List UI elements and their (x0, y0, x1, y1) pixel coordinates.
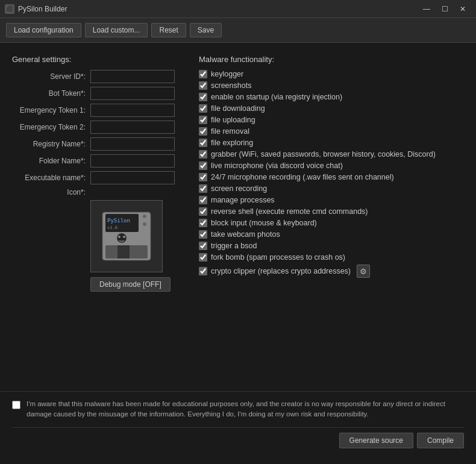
feature-item-screenshots: screenshots (199, 81, 464, 90)
gear-button-crypto_clipper[interactable]: ⚙ (357, 265, 370, 278)
checkbox-mic_recording[interactable] (199, 173, 207, 181)
feature-item-file_removal: file removal (199, 127, 464, 136)
registry-name-row: Registry Name*: (12, 137, 187, 151)
bot-token-input[interactable] (90, 87, 175, 100)
close-button[interactable]: ✕ (454, 3, 471, 15)
feature-item-mic_recording: 24/7 microphone recording (.wav files se… (199, 173, 464, 181)
checkbox-grabber[interactable] (199, 150, 207, 158)
checkbox-screen_recording[interactable] (199, 184, 207, 193)
svg-rect-3 (117, 245, 130, 259)
emergency-token2-label: Emergency Token 2: (12, 123, 90, 131)
emergency-token2-row: Emergency Token 2: (12, 121, 187, 134)
checkbox-fork_bomb[interactable] (199, 253, 207, 262)
svg-point-10 (143, 222, 146, 226)
generate-source-button[interactable]: Generate source (339, 433, 413, 448)
checkbox-crypto_clipper[interactable] (199, 267, 207, 275)
load-config-button[interactable]: Load configuration (6, 23, 81, 37)
maximize-button[interactable]: ☐ (436, 3, 453, 15)
feature-item-startup: enable on startup (via registry injectio… (199, 93, 464, 101)
bottom-section: I'm aware that this malware has been mad… (0, 391, 476, 454)
window-title: PySilon Builder (18, 5, 418, 13)
feature-item-live_microphone: live microphone (via discord voice chat) (199, 161, 464, 170)
checkbox-manage_processes[interactable] (199, 196, 207, 204)
label-screen_recording: screen recording (211, 184, 267, 193)
feature-item-crypto_clipper: crypto clipper (replaces crypto addresse… (199, 265, 464, 278)
title-bar: ⬛ PySilon Builder — ☐ ✕ (0, 0, 476, 18)
checkbox-block_input[interactable] (199, 219, 207, 227)
toolbar: Load configuration Load custom... Reset … (0, 18, 476, 43)
checkbox-bsod[interactable] (199, 242, 207, 250)
label-manage_processes: manage processes (211, 196, 275, 204)
label-block_input: block input (mouse & keyboard) (211, 219, 317, 227)
checkbox-webcam_photos[interactable] (199, 230, 207, 239)
svg-point-9 (143, 215, 146, 218)
bot-token-row: Bot Token*: (12, 87, 187, 100)
label-startup: enable on startup (via registry injectio… (211, 93, 342, 101)
minimize-button[interactable]: — (418, 3, 435, 15)
checkbox-keylogger[interactable] (199, 70, 207, 78)
label-file_downloading: file downloading (211, 104, 265, 113)
main-content: General settings: Server ID*: Bot Token*… (0, 43, 476, 391)
checkbox-reverse_shell[interactable] (199, 207, 207, 216)
save-button[interactable]: Save (190, 23, 222, 37)
left-panel: General settings: Server ID*: Bot Token*… (12, 55, 187, 385)
load-custom-button[interactable]: Load custom... (85, 23, 148, 37)
checkbox-live_microphone[interactable] (199, 161, 207, 170)
executable-name-input[interactable] (90, 171, 175, 184)
svg-point-7 (118, 236, 121, 238)
feature-item-keylogger: keylogger (199, 70, 464, 78)
label-screenshots: screenshots (211, 81, 251, 90)
malware-functionality-title: Malware functionality: (199, 55, 464, 64)
feature-item-manage_processes: manage processes (199, 196, 464, 204)
checkbox-file_downloading[interactable] (199, 104, 207, 113)
general-settings-title: General settings: (12, 55, 187, 64)
right-panel: Malware functionality: keyloggerscreensh… (199, 55, 464, 385)
checkbox-startup[interactable] (199, 93, 207, 101)
folder-name-input[interactable] (90, 154, 175, 168)
label-file_exploring: file exploring (211, 139, 253, 147)
features-list: keyloggerscreenshotsenable on startup (v… (199, 70, 464, 278)
label-crypto_clipper: crypto clipper (replaces crypto addresse… (211, 267, 351, 275)
compile-button[interactable]: Compile (417, 433, 464, 448)
feature-item-file_uploading: file uploading (199, 116, 464, 124)
bot-token-label: Bot Token*: (12, 89, 90, 98)
label-bsod: trigger a bsod (211, 242, 257, 250)
executable-name-label: Executable name*: (12, 174, 90, 182)
label-keylogger: keylogger (211, 70, 243, 78)
label-live_microphone: live microphone (via discord voice chat) (211, 161, 343, 170)
server-id-input[interactable] (90, 70, 175, 83)
icon-label: Icon*: (12, 188, 90, 196)
icon-preview[interactable]: PySilon v1.0 (90, 200, 163, 272)
label-fork_bomb: fork bomb (spam processes to crash os) (211, 253, 345, 262)
emergency-token1-input[interactable] (90, 104, 175, 117)
emergency-token1-label: Emergency Token 1: (12, 106, 90, 114)
checkbox-file_exploring[interactable] (199, 139, 207, 147)
feature-item-reverse_shell: reverse shell (execute remote cmd comman… (199, 207, 464, 216)
feature-item-screen_recording: screen recording (199, 184, 464, 193)
registry-name-input[interactable] (90, 137, 175, 151)
label-reverse_shell: reverse shell (execute remote cmd comman… (211, 207, 368, 216)
checkbox-file_removal[interactable] (199, 127, 207, 136)
debug-mode-button[interactable]: Debug mode [OFF] (90, 277, 171, 292)
svg-point-8 (123, 236, 125, 238)
executable-name-row: Executable name*: (12, 171, 187, 184)
emergency-token1-row: Emergency Token 1: (12, 104, 187, 117)
emergency-token2-input[interactable] (90, 121, 175, 134)
feature-item-block_input: block input (mouse & keyboard) (199, 219, 464, 227)
label-webcam_photos: take webcam photos (211, 230, 280, 239)
window-controls: — ☐ ✕ (418, 3, 471, 15)
disclaimer-checkbox[interactable] (12, 401, 20, 409)
checkbox-screenshots[interactable] (199, 81, 207, 90)
feature-item-fork_bomb: fork bomb (spam processes to crash os) (199, 253, 464, 262)
reset-button[interactable]: Reset (151, 23, 186, 37)
feature-item-bsod: trigger a bsod (199, 242, 464, 250)
label-grabber: grabber (WiFi, saved passwords, browser … (211, 150, 436, 158)
registry-name-label: Registry Name*: (12, 140, 90, 148)
label-file_uploading: file uploading (211, 116, 255, 124)
checkbox-file_uploading[interactable] (199, 116, 207, 124)
disclaimer-row: I'm aware that this malware has been mad… (12, 399, 464, 420)
label-mic_recording: 24/7 microphone recording (.wav files se… (211, 173, 394, 181)
app-icon: ⬛ (5, 4, 14, 14)
server-id-label: Server ID*: (12, 72, 90, 81)
folder-name-label: Folder Name*: (12, 157, 90, 165)
